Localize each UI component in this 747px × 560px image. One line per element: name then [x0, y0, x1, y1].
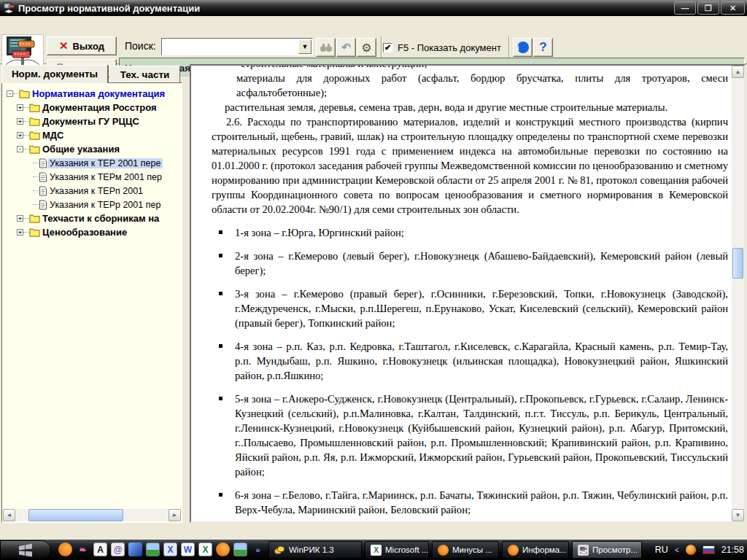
tray-app-icon[interactable]: [686, 545, 696, 555]
tree-horizontal-scrollbar[interactable]: ◄ ►: [3, 509, 181, 521]
tree-item-cenoobrazovanie[interactable]: + Ценообразование: [2, 225, 182, 239]
firefox-icon: [438, 545, 449, 556]
search-combobox[interactable]: ▼: [161, 38, 313, 55]
butterfly-icon[interactable]: ❧: [76, 542, 90, 556]
tab-norm-documents[interactable]: Норм. документы: [1, 65, 108, 83]
document-text: строительные материалы и конструкции; ма…: [212, 66, 728, 520]
help-button[interactable]: ?: [533, 38, 553, 57]
taskbar: ❧ A @ X W X » WinРИК 1.3 X Microsoft ...…: [0, 540, 747, 560]
zone-item-4: 4-я зона – р.п. Каз, р.п. Кедровка, г.Та…: [212, 339, 728, 383]
start-button[interactable]: [0, 540, 51, 559]
document-view[interactable]: строительные материалы и конструкции; ма…: [190, 64, 746, 523]
document-vertical-scrollbar[interactable]: ▲ ▼: [732, 66, 744, 521]
tree-item-label[interactable]: Документы ГУ РЦЦС: [40, 116, 142, 127]
tree-item-label[interactable]: Документация Росстроя: [40, 102, 159, 113]
phone-device-icon[interactable]: [128, 542, 142, 556]
exit-button[interactable]: ✕ Выход: [47, 36, 117, 55]
pictures-icon-2[interactable]: [233, 542, 247, 556]
tree-item-root[interactable]: - Нормативная документация: [2, 87, 182, 101]
expand-icon[interactable]: +: [17, 118, 23, 125]
square-bullet-icon: [219, 493, 222, 497]
square-bullet-icon: [219, 230, 222, 234]
excel-icon[interactable]: X: [198, 542, 212, 556]
tree-item-label[interactable]: МДС: [40, 130, 66, 141]
toolbar-separator: [381, 36, 382, 58]
chevron-down-icon: ▼: [302, 43, 309, 50]
close-button[interactable]: ✕: [721, 1, 745, 15]
undo-button[interactable]: ↶: [336, 38, 356, 57]
expand-icon[interactable]: +: [17, 215, 23, 222]
tree-item-ter-2001[interactable]: Указания к ТЕР 2001 пере: [2, 156, 182, 170]
tree-item-label[interactable]: Нормативная документация: [30, 88, 167, 99]
taskbar-button-winrik[interactable]: WinРИК 1.3: [268, 541, 362, 559]
scroll-left-arrow[interactable]: ◄: [3, 509, 15, 521]
tree-item-label[interactable]: Указания к ТЕРм 2001 пер: [47, 172, 164, 182]
folder-icon: [19, 89, 30, 98]
scroll-right-arrow[interactable]: ►: [169, 509, 181, 521]
firefox-icon[interactable]: [58, 542, 72, 556]
f5-show-document-toggle[interactable]: ✔ F5 - Показать документ: [383, 38, 501, 57]
firefox-icon-2[interactable]: [216, 542, 230, 556]
quicklaunch-overflow-chevron[interactable]: »: [251, 542, 265, 556]
language-indicator[interactable]: RU: [655, 545, 668, 555]
tree-item-label[interactable]: Ценообразование: [40, 227, 129, 238]
window-title: Просмотр нормативной документации: [18, 3, 200, 14]
clock[interactable]: 21:58: [721, 545, 744, 555]
tree-item-label[interactable]: Указания к ТЕРр 2001 пер: [47, 200, 163, 210]
zone-item-5: 5-я зона – г.Анжеро-Судженск, г.Новокузн…: [212, 392, 728, 479]
tree-item-term-2001[interactable]: Указания к ТЕРм 2001 пер: [2, 170, 182, 184]
expand-icon[interactable]: +: [17, 229, 23, 236]
info-button[interactable]: i: [513, 38, 533, 57]
square-bullet-icon: [219, 344, 222, 348]
minimize-button[interactable]: —: [674, 1, 696, 15]
zone-item-2: 2-я зона – г.Кемерово (левый берег), г.Н…: [212, 249, 728, 278]
exit-x-icon: ✕: [59, 39, 69, 52]
checkbox-checked-icon[interactable]: ✔: [383, 43, 392, 52]
exit-label: Выход: [73, 41, 104, 52]
scrollbar-thumb[interactable]: [732, 248, 743, 279]
settings-button[interactable]: ⚙: [357, 38, 376, 57]
tree-item-rosstroy[interactable]: + Документация Росстроя: [2, 101, 182, 114]
russian-flag-icon[interactable]: [703, 545, 715, 554]
search-input[interactable]: [163, 40, 298, 53]
collapse-icon[interactable]: -: [7, 90, 13, 97]
expand-icon[interactable]: +: [17, 104, 23, 111]
expand-icon[interactable]: +: [17, 132, 23, 139]
tree-item-label[interactable]: Общие указания: [40, 144, 122, 155]
tree-item-mds[interactable]: + МДС: [2, 128, 182, 142]
tree-item-label[interactable]: Указания к ТЕРп 2001: [47, 186, 145, 196]
tree-item-gu-rccs[interactable]: + Документы ГУ РЦЦС: [2, 114, 182, 128]
scroll-down-arrow[interactable]: ▼: [732, 509, 744, 521]
windows-flag-icon: [18, 542, 34, 557]
letter-a-app-icon[interactable]: A: [93, 542, 107, 556]
restore-button[interactable]: ❐: [697, 1, 719, 15]
clipped-line: строительные материалы и конструкции;: [212, 66, 728, 71]
tree-item-label[interactable]: Техчасти к сборникам на: [40, 213, 161, 224]
square-bullet-icon: [219, 292, 222, 295]
pictures-icon[interactable]: [146, 542, 160, 556]
word-doc-icon[interactable]: W: [181, 542, 195, 556]
find-button[interactable]: [316, 38, 336, 57]
tab-tech-parts[interactable]: Тех. части: [109, 66, 180, 83]
taskbar-button-minusy[interactable]: Минусы ...: [432, 541, 499, 559]
tree-item-obshie-ukazaniya[interactable]: - Общие указания: [2, 142, 182, 156]
scroll-up-arrow[interactable]: ▲: [732, 66, 744, 78]
email-at-icon[interactable]: @: [111, 542, 125, 556]
combo-dropdown-button[interactable]: ▼: [298, 39, 311, 54]
tree-item-terp-2001[interactable]: Указания к ТЕРп 2001: [2, 184, 182, 198]
x-app-icon[interactable]: X: [163, 542, 177, 556]
scrollbar-thumb[interactable]: [28, 509, 123, 521]
square-bullet-icon: [219, 254, 222, 257]
folder-icon: [29, 214, 40, 223]
taskbar-button-prosmotr[interactable]: Просмотр...: [572, 541, 642, 559]
search-label: Поиск:: [125, 40, 156, 52]
tree-item-techchasti[interactable]: + Техчасти к сборникам на: [2, 211, 182, 225]
tree-item-label-selected[interactable]: Указания к ТЕР 2001 пере: [47, 158, 163, 168]
taskbar-button-label: Минусы ...: [452, 545, 492, 554]
tree-item-terr-2001[interactable]: Указания к ТЕРр 2001 пер: [2, 198, 182, 211]
tray-collapse-chevron[interactable]: <: [675, 546, 679, 554]
taskbar-button-microsoft[interactable]: X Microsoft ...: [365, 541, 429, 559]
taskbar-button-informa[interactable]: Информа...: [502, 541, 569, 559]
collapse-icon[interactable]: -: [17, 146, 23, 152]
document-icon: [39, 200, 47, 210]
